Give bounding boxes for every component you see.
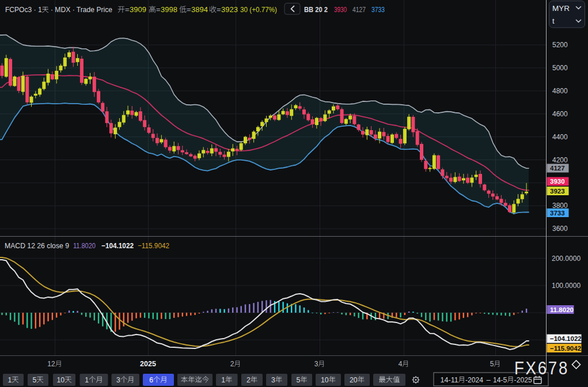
svg-text:3: 3: [116, 376, 120, 384]
svg-text:MACD 12 26 close 9: MACD 12 26 close 9: [5, 241, 69, 250]
svg-text:4: 4: [399, 360, 403, 368]
svg-text:4400: 4400: [552, 133, 568, 141]
svg-text:2025: 2025: [140, 360, 156, 368]
svg-text:t: t: [552, 17, 555, 25]
svg-text:BB 20 2: BB 20 2: [304, 6, 328, 14]
svg-text:4127: 4127: [352, 6, 366, 14]
svg-text:4200: 4200: [552, 156, 568, 164]
svg-text:3733: 3733: [550, 210, 565, 217]
svg-text:5: 5: [490, 360, 494, 368]
svg-text:200.0000: 200.0000: [552, 255, 581, 263]
svg-text:3733: 3733: [371, 6, 385, 14]
svg-text:5200: 5200: [552, 41, 568, 49]
svg-text:FX678: FX678: [514, 358, 569, 378]
svg-text:−115.9042: −115.9042: [550, 345, 581, 352]
svg-text:5000: 5000: [552, 64, 568, 72]
svg-text:-2024: -2024: [465, 376, 483, 384]
svg-text:1: 1: [7, 376, 12, 384]
svg-text:MYR: MYR: [552, 4, 570, 13]
svg-text:=: =: [217, 5, 221, 14]
svg-text:−104.1022: −104.1022: [550, 335, 582, 342]
svg-text:5: 5: [296, 376, 300, 384]
svg-text:3923: 3923: [221, 5, 238, 14]
svg-text:10: 10: [57, 376, 65, 384]
svg-text:11.8020: 11.8020: [550, 306, 574, 313]
svg-text:3894: 3894: [191, 5, 208, 14]
svg-text:2: 2: [246, 376, 251, 384]
svg-text:=: =: [125, 5, 130, 14]
svg-text:6: 6: [149, 376, 153, 384]
svg-text:12: 12: [47, 360, 55, 368]
svg-text:3923: 3923: [550, 188, 565, 195]
svg-text:−115.9042: −115.9042: [138, 242, 169, 250]
svg-text:3909: 3909: [130, 5, 146, 14]
svg-text:5: 5: [32, 376, 36, 384]
svg-text:3998: 3998: [161, 5, 177, 14]
svg-text:· MDX · Trade Price: · MDX · Trade Price: [49, 6, 113, 14]
svg-text:3930: 3930: [334, 6, 347, 14]
svg-text:11.8020: 11.8020: [73, 242, 96, 250]
svg-text:3930: 3930: [550, 178, 565, 185]
svg-text:100.0000: 100.0000: [552, 282, 581, 290]
svg-text:FCPOc3 · 1: FCPOc3 · 1: [5, 6, 42, 14]
svg-text:3: 3: [271, 376, 275, 384]
svg-text:14-11: 14-11: [441, 376, 458, 384]
svg-text:10: 10: [321, 376, 329, 384]
svg-text:4800: 4800: [552, 87, 568, 95]
svg-text:=: =: [187, 5, 191, 14]
svg-text:1: 1: [221, 376, 225, 384]
svg-text:3600: 3600: [552, 225, 568, 233]
svg-text:–: –: [487, 375, 491, 384]
svg-text:3: 3: [314, 360, 318, 368]
svg-text:30 (+0.77%): 30 (+0.77%): [240, 5, 277, 14]
svg-text:14-5: 14-5: [493, 376, 507, 384]
svg-text:−104.1022: −104.1022: [101, 242, 134, 250]
svg-text:20: 20: [350, 376, 358, 384]
svg-text:4600: 4600: [552, 110, 568, 118]
svg-text:4127: 4127: [550, 165, 565, 172]
svg-text:2: 2: [230, 360, 234, 368]
svg-text:=: =: [156, 5, 161, 14]
svg-text:1: 1: [85, 376, 89, 384]
